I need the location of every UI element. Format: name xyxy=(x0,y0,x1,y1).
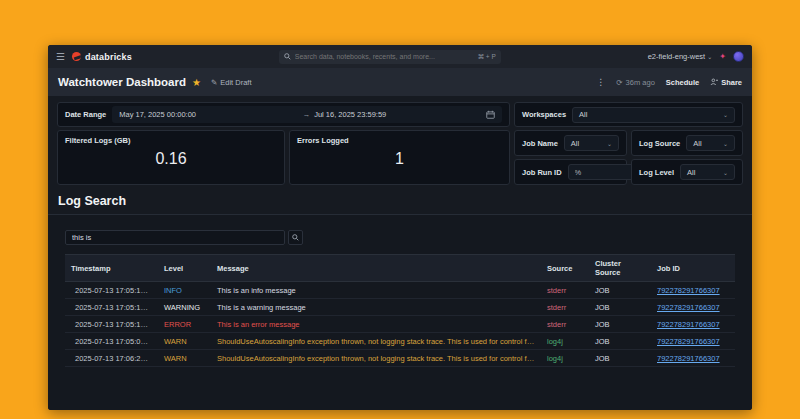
cell-cluster-source: JOB xyxy=(589,316,651,333)
job-id-link[interactable]: 792278291766307 xyxy=(657,337,720,346)
cell-source: stderr xyxy=(541,299,589,316)
pencil-icon: ✎ xyxy=(211,78,217,87)
date-range-start[interactable]: May 17, 2025 00:00:00 xyxy=(119,110,302,119)
arrow-right-icon: → xyxy=(303,110,311,119)
cell-timestamp: 2025-07-13 17:05:15.000 xyxy=(65,299,158,316)
table-row: 2025-07-13 17:06:25.328 WARN ShouldUseAu… xyxy=(65,350,735,367)
dashboard-content: Date Range May 17, 2025 00:00:00 → Jul 1… xyxy=(48,96,752,410)
date-range-label: Date Range xyxy=(65,110,106,119)
log-level-filter: Log Level All ⌄ xyxy=(631,159,743,185)
log-query-input[interactable] xyxy=(65,230,285,245)
chevron-down-icon: ⌄ xyxy=(723,140,728,147)
cell-cluster-source: JOB xyxy=(589,282,651,299)
workspaces-label: Workspaces xyxy=(522,110,566,119)
cell-level: INFO xyxy=(158,282,211,299)
cell-level: WARN xyxy=(158,333,211,350)
edit-draft-button[interactable]: ✎ Edit Draft xyxy=(211,78,252,87)
user-avatar[interactable] xyxy=(733,51,744,62)
log-level-dropdown[interactable]: All ⌄ xyxy=(680,164,735,180)
workspaces-dropdown[interactable]: All ⌄ xyxy=(572,107,735,123)
job-id-link[interactable]: 792278291766307 xyxy=(657,303,720,312)
job-run-id-label: Job Run ID xyxy=(522,168,562,177)
cell-message: This is a warning message xyxy=(211,299,541,316)
table-row: 2025-07-13 17:05:15.000 WARNING This is … xyxy=(65,299,735,316)
databricks-logo-icon xyxy=(72,52,81,61)
cell-source: stderr xyxy=(541,282,589,299)
databricks-app-window: ☰ databricks ⌘ + P e2-field-eng-west ⌄ ✦… xyxy=(48,45,752,410)
job-name-dropdown[interactable]: All ⌄ xyxy=(564,135,619,151)
job-id-link[interactable]: 792278291766307 xyxy=(657,320,720,329)
filter-grid: Date Range May 17, 2025 00:00:00 → Jul 1… xyxy=(57,102,743,185)
job-run-id-filter: Job Run ID xyxy=(514,159,627,185)
calendar-icon[interactable] xyxy=(486,110,495,119)
refresh-icon: ⟳ xyxy=(616,78,622,87)
global-search-bar[interactable]: ⌘ + P xyxy=(279,50,501,64)
cell-cluster-source: JOB xyxy=(589,350,651,367)
job-id-link[interactable]: 792278291766307 xyxy=(657,354,720,363)
workspaces-filter: Workspaces All ⌄ xyxy=(514,102,743,127)
chevron-down-icon: ⌄ xyxy=(723,111,728,118)
date-range-filter: Date Range May 17, 2025 00:00:00 → Jul 1… xyxy=(57,102,510,127)
errors-logged-value: 1 xyxy=(297,150,502,168)
chevron-down-icon: ⌄ xyxy=(607,140,612,147)
log-search-title: Log Search xyxy=(58,194,742,208)
filtered-logs-counter: Filtered Logs (GB) 0.16 xyxy=(57,130,285,185)
hamburger-menu-icon[interactable]: ☰ xyxy=(56,51,65,62)
cell-timestamp: 2025-07-13 17:05:00.602 xyxy=(65,333,158,350)
log-results-table: Timestamp Level Message Source Cluster S… xyxy=(65,254,735,367)
log-search-button[interactable] xyxy=(288,230,303,245)
cell-message: ShouldUseAutoscalingInfo exception throw… xyxy=(211,350,541,367)
refresh-button[interactable]: ⟳ 36m ago xyxy=(616,78,654,87)
col-message[interactable]: Message xyxy=(211,255,541,282)
cell-timestamp: 2025-07-13 17:05:15.000 xyxy=(65,282,158,299)
col-source[interactable]: Source xyxy=(541,255,589,282)
col-timestamp[interactable]: Timestamp xyxy=(65,255,158,282)
dashboard-actions: ⋮ ⟳ 36m ago Schedule Share xyxy=(596,77,742,87)
dashboard-header: Watchtower Dashboard ★ ✎ Edit Draft ⋮ ⟳ … xyxy=(48,68,752,96)
last-refreshed-label: 36m ago xyxy=(626,78,655,87)
date-range-picker[interactable]: May 17, 2025 00:00:00 → Jul 16, 2025 23:… xyxy=(112,106,502,123)
job-name-filter: Job Name All ⌄ xyxy=(514,130,627,156)
cell-source: log4j xyxy=(541,350,589,367)
favorite-star-icon[interactable]: ★ xyxy=(192,77,201,88)
cell-level: WARNING xyxy=(158,299,211,316)
errors-logged-counter: Errors Logged 1 xyxy=(289,130,510,185)
table-row: 2025-07-13 17:05:15.000 ERROR This is an… xyxy=(65,316,735,333)
schedule-button[interactable]: Schedule xyxy=(666,78,699,87)
search-shortcut-hint: ⌘ + P xyxy=(478,53,496,61)
job-name-label: Job Name xyxy=(522,139,558,148)
databricks-logo[interactable]: databricks xyxy=(72,52,132,62)
share-button[interactable]: Share xyxy=(710,78,742,87)
assistant-sparkle-icon[interactable]: ✦ xyxy=(719,52,726,61)
log-search-panel: Timestamp Level Message Source Cluster S… xyxy=(48,214,752,410)
top-app-bar: ☰ databricks ⌘ + P e2-field-eng-west ⌄ ✦ xyxy=(48,45,752,68)
databricks-brand-name: databricks xyxy=(85,52,132,62)
search-icon xyxy=(284,53,291,60)
page-title: Watchtower Dashboard xyxy=(58,76,186,88)
search-icon xyxy=(292,234,299,241)
table-row: 2025-07-13 17:05:00.602 WARN ShouldUseAu… xyxy=(65,333,735,350)
filtered-logs-label: Filtered Logs (GB) xyxy=(65,136,277,145)
cell-message: This is an info message xyxy=(211,282,541,299)
log-source-label: Log Source xyxy=(639,139,680,148)
col-job-id[interactable]: Job ID xyxy=(651,255,735,282)
kebab-menu-icon[interactable]: ⋮ xyxy=(596,77,605,87)
workspace-selector[interactable]: e2-field-eng-west ⌄ xyxy=(648,52,713,61)
col-level[interactable]: Level xyxy=(158,255,211,282)
cell-cluster-source: JOB xyxy=(589,299,651,316)
log-query-row xyxy=(65,230,735,245)
global-search-input[interactable] xyxy=(295,53,474,60)
log-level-label: Log Level xyxy=(639,168,674,177)
cell-level: ERROR xyxy=(158,316,211,333)
job-id-link[interactable]: 792278291766307 xyxy=(657,286,720,295)
topbar-right-group: e2-field-eng-west ⌄ ✦ xyxy=(648,51,744,62)
table-row: 2025-07-13 17:05:15.000 INFO This is an … xyxy=(65,282,735,299)
log-source-filter: Log Source All ⌄ xyxy=(631,130,743,156)
col-cluster-source[interactable]: Cluster Source xyxy=(589,255,651,282)
log-source-dropdown[interactable]: All ⌄ xyxy=(686,135,735,151)
table-header-row: Timestamp Level Message Source Cluster S… xyxy=(65,255,735,282)
cell-cluster-source: JOB xyxy=(589,333,651,350)
cell-message: ShouldUseAutoscalingInfo exception throw… xyxy=(211,333,541,350)
date-range-end[interactable]: Jul 16, 2025 23:59:59 xyxy=(314,110,386,119)
cell-timestamp: 2025-07-13 17:06:25.328 xyxy=(65,350,158,367)
